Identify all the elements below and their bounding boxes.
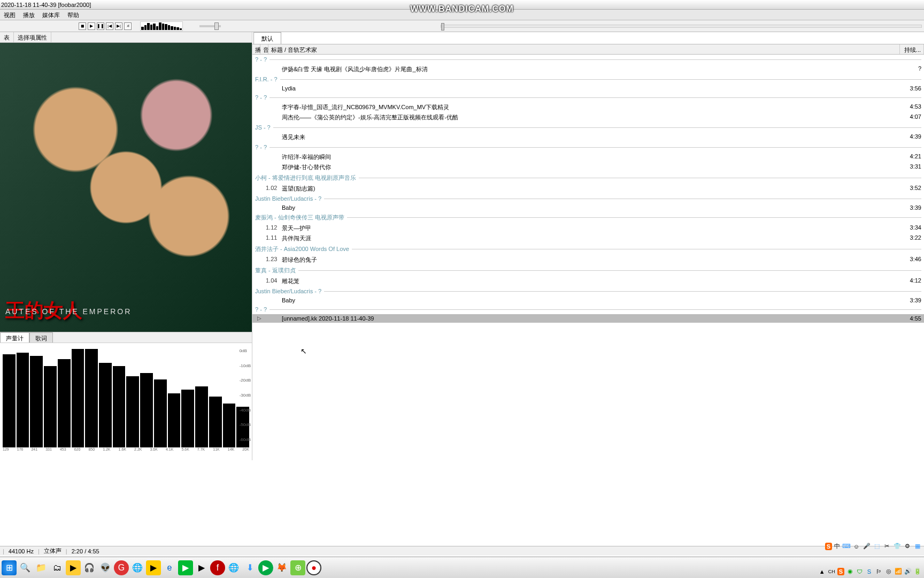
emoji-icon[interactable]: ☺ xyxy=(852,542,860,550)
status-bar: | 44100 Hz | 立体声 | 2:20 / 4:55 xyxy=(0,546,924,556)
play-indicator-icon xyxy=(252,65,266,73)
track-row[interactable]: 1.23碧绿色的兔子3:46 xyxy=(252,255,924,265)
track-row[interactable]: 遇见未来4:39 xyxy=(252,132,924,142)
flash-icon[interactable]: f xyxy=(210,560,225,575)
volume-slider[interactable] xyxy=(199,25,221,27)
group-header: 麦振鸿 - 仙剑奇侠传三 电视原声带 xyxy=(252,212,924,223)
col-title[interactable]: 标题 / 音轨艺术家 xyxy=(268,44,900,54)
track-duration: 3:39 xyxy=(900,204,924,211)
mic-icon[interactable]: 🎤 xyxy=(863,542,871,550)
playlist[interactable]: ? - ?伊扬&白雪 天缘 电视剧《风流少年唐伯虎》片尾曲_标清?F.I.R. … xyxy=(252,55,924,460)
track-row[interactable]: 周杰伦——《蒲公英的约定》-娱乐-高清完整正版视频在线观看-优酷4:07 xyxy=(252,112,924,123)
col-playing[interactable]: 播 xyxy=(252,44,260,54)
tab-vu[interactable]: 声量计 xyxy=(0,332,29,343)
explorer-icon[interactable]: 📁 xyxy=(34,560,49,575)
pause-button[interactable]: ❚❚ xyxy=(97,22,104,30)
next-button[interactable]: ▶| xyxy=(115,22,122,30)
potplayer-icon[interactable]: ▶ xyxy=(146,560,161,575)
chrome-icon[interactable]: 🌐 xyxy=(130,560,145,575)
track-row[interactable]: 许绍洋-幸福的瞬间4:21 xyxy=(252,152,924,162)
play-indicator-icon xyxy=(252,113,266,121)
track-title: 遥望(励志篇) xyxy=(279,185,900,193)
stop-button[interactable]: ◼ xyxy=(79,22,86,30)
chrome2-icon[interactable]: 🌐 xyxy=(226,560,241,575)
netease-icon[interactable]: G xyxy=(114,560,129,575)
track-title: Baby xyxy=(279,297,900,303)
track-row[interactable]: 李宇春-珍惜_国语_流行_NCB09679_MVMKV.Com_MV下载精灵4:… xyxy=(252,102,924,112)
tray-360-icon[interactable]: ◉ xyxy=(846,567,854,575)
gear-icon[interactable]: ⚙ xyxy=(903,542,911,550)
play-button[interactable]: ▶ xyxy=(88,22,95,30)
track-row[interactable]: 伊扬&白雪 天缘 电视剧《风流少年唐伯虎》片尾曲_标清? xyxy=(252,64,924,74)
explorer2-icon[interactable]: 🗂 xyxy=(50,560,65,575)
spectrum-bar xyxy=(85,349,98,447)
seek-bar[interactable] xyxy=(441,25,922,28)
tray-volume-icon[interactable]: 🔊 xyxy=(904,567,912,575)
subheader-list[interactable]: 表 xyxy=(0,32,14,42)
track-row[interactable]: ▷[unnamed].kk 2020-11-18 11-40-394:55 xyxy=(252,314,924,323)
toolbar: ◼ ▶ ❚❚ |◀ ▶| ⤮ xyxy=(0,20,924,32)
track-row[interactable]: 郑伊健-甘心替代你3:31 xyxy=(252,162,924,172)
track-number xyxy=(266,65,279,73)
firefox-icon[interactable]: 🦊 xyxy=(274,560,289,575)
ime-lang[interactable]: 中 xyxy=(834,542,840,550)
grid-icon[interactable]: ▦ xyxy=(913,542,921,550)
playlist-tab-default[interactable]: 默认 xyxy=(253,32,281,44)
thunder-icon[interactable]: ⬇ xyxy=(242,560,257,575)
menu-playback[interactable]: 播放 xyxy=(19,10,38,20)
mpc-icon[interactable]: ▶ xyxy=(66,560,81,575)
scissors-icon[interactable]: ✂ xyxy=(883,542,891,550)
random-button[interactable]: ⤮ xyxy=(124,22,132,30)
search-icon[interactable]: 🔍 xyxy=(18,560,33,575)
col-duration[interactable]: 持续... xyxy=(900,44,924,54)
ime-badge[interactable]: S xyxy=(825,543,832,550)
music-icon[interactable]: ▶ xyxy=(258,560,273,575)
tray-shield-icon[interactable]: 🛡 xyxy=(856,567,864,575)
tray-bandicam-icon[interactable]: ◎ xyxy=(884,567,892,575)
tray-network-icon[interactable]: 📶 xyxy=(894,567,902,575)
tray-ime-icon[interactable]: S xyxy=(837,568,844,575)
track-row[interactable]: Lydia3:56 xyxy=(252,84,924,93)
track-row[interactable]: 1.04雕花笼4:12 xyxy=(252,276,924,286)
track-title: 伊扬&白雪 天缘 电视剧《风流少年唐伯虎》片尾曲_标清 xyxy=(279,65,900,73)
track-number xyxy=(266,85,279,92)
headphones-icon[interactable]: 🎧 xyxy=(82,560,97,575)
tray-battery-icon[interactable]: 🔋 xyxy=(913,567,921,575)
track-row[interactable]: 1.12景天—护甲3:34 xyxy=(252,223,924,233)
track-duration: 4:53 xyxy=(900,103,924,111)
tray-chev-icon[interactable]: ▲ xyxy=(818,567,826,575)
ie-icon[interactable]: e xyxy=(162,560,177,575)
tab-lyrics[interactable]: 歌词 xyxy=(29,332,53,343)
track-number: 1.23 xyxy=(266,256,279,264)
keyboard-icon[interactable]: ⬚ xyxy=(873,542,881,550)
track-row[interactable]: Baby3:39 xyxy=(252,203,924,212)
foobar-icon[interactable]: 👽 xyxy=(98,560,113,575)
col-tracknum[interactable]: 音 xyxy=(260,44,268,54)
start-button[interactable]: ⊞ xyxy=(2,560,17,575)
menu-library[interactable]: 媒体库 xyxy=(38,10,64,20)
record-icon[interactable]: ● xyxy=(306,560,321,575)
track-row[interactable]: 1.02遥望(励志篇)3:52 xyxy=(252,184,924,194)
track-number xyxy=(266,153,279,161)
track-row[interactable]: 1.11共伴闯天涯3:22 xyxy=(252,233,924,244)
track-number xyxy=(266,315,279,322)
menu-help[interactable]: 帮助 xyxy=(64,10,83,20)
prev-button[interactable]: |◀ xyxy=(106,22,113,30)
ime-icon[interactable]: ⌨ xyxy=(842,542,850,550)
tray-flag-icon[interactable]: 🏳 xyxy=(875,567,883,575)
track-row[interactable]: Baby3:39 xyxy=(252,296,924,305)
browser-icon[interactable]: ⊕ xyxy=(290,560,305,575)
tray-sogou-icon[interactable]: S xyxy=(865,567,873,575)
iqiyi-icon[interactable]: ▶ xyxy=(178,560,193,575)
subheader-props[interactable]: 选择项属性 xyxy=(14,32,51,42)
track-title: [unnamed].kk 2020-11-18 11-40-39 xyxy=(279,315,900,322)
youku-icon[interactable]: ▶ xyxy=(194,560,209,575)
shirt-icon[interactable]: 👕 xyxy=(893,542,901,550)
tray-ch-icon[interactable]: CH xyxy=(828,567,836,575)
group-header: Justin Bieber/Ludacris - ? xyxy=(252,286,924,296)
track-duration: 4:21 xyxy=(900,153,924,161)
watermark: WWW.BANDICAM.COM xyxy=(410,4,514,14)
taskbar: ⊞ 🔍 📁 🗂 ▶ 🎧 👽 G 🌐 ▶ e ▶ ▶ f 🌐 ⬇ ▶ 🦊 ⊕ ● … xyxy=(0,557,924,578)
track-number xyxy=(266,204,279,211)
menu-view[interactable]: 视图 xyxy=(0,10,19,20)
